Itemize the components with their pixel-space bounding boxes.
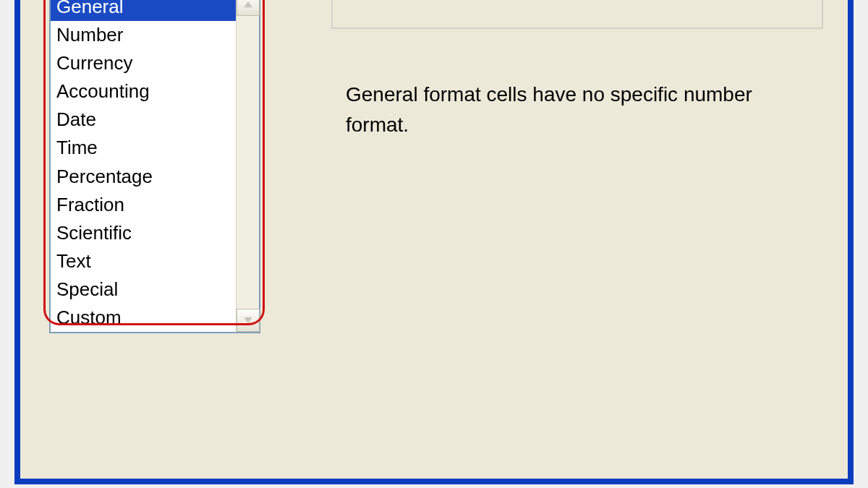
category-item-custom[interactable]: Custom: [51, 304, 236, 332]
category-list-items: General Number Currency Accounting Date …: [51, 0, 236, 332]
scroll-down-button[interactable]: [237, 309, 260, 332]
category-item-time[interactable]: Time: [51, 134, 236, 162]
format-description-text: General format cells have no specific nu…: [346, 80, 809, 140]
category-item-scientific[interactable]: Scientific: [51, 219, 236, 247]
category-item-accounting[interactable]: Accounting: [51, 77, 236, 106]
dialog-content: General Number Currency Accounting Date …: [20, 0, 848, 479]
sample-preview-box: [331, 0, 823, 29]
chevron-up-icon: [243, 0, 253, 9]
scroll-up-button[interactable]: [237, 0, 260, 16]
category-item-date[interactable]: Date: [51, 106, 236, 134]
category-item-number[interactable]: Number: [51, 21, 236, 49]
category-item-percentage[interactable]: Percentage: [51, 163, 236, 191]
chevron-down-icon: [243, 316, 253, 325]
category-item-fraction[interactable]: Fraction: [51, 191, 236, 219]
dialog-frame: General Number Currency Accounting Date …: [14, 0, 854, 484]
category-item-general[interactable]: General: [51, 0, 236, 21]
category-item-special[interactable]: Special: [51, 275, 236, 304]
category-item-currency[interactable]: Currency: [51, 49, 236, 77]
category-listbox[interactable]: General Number Currency Accounting Date …: [49, 0, 260, 333]
scrollbar-track[interactable]: [236, 0, 259, 332]
category-item-text[interactable]: Text: [51, 247, 236, 275]
